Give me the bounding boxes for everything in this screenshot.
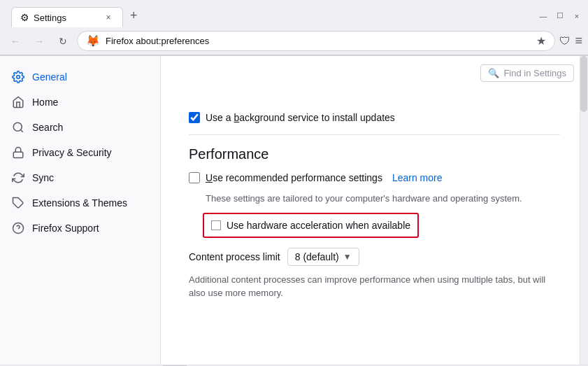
background-service-label: Use a background service to install upda… xyxy=(206,112,395,123)
sidebar-home-label: Home xyxy=(32,97,58,108)
svg-rect-3 xyxy=(13,152,23,157)
sidebar-extensions-label: Extensions & Themes xyxy=(32,197,127,209)
performance-section: Performance Use recommended performance … xyxy=(189,146,560,300)
home-icon xyxy=(11,95,25,109)
menu-button[interactable]: ≡ xyxy=(575,34,582,48)
nav-bar: ← → ↻ 🦊 Firefox about:preferences ★ 🛡 ≡ xyxy=(0,27,588,55)
sidebar-item-privacy[interactable]: Privacy & Security xyxy=(0,140,160,165)
performance-title: Performance xyxy=(189,146,560,162)
process-limit-select[interactable]: 8 (default) ▼ xyxy=(287,248,359,266)
scrollbar-thumb[interactable] xyxy=(580,56,587,112)
maximize-button[interactable]: ☐ xyxy=(554,10,566,22)
address-domain: Firefox about:preferences xyxy=(106,36,531,46)
settings-tab-title: Settings xyxy=(34,13,66,23)
svg-point-0 xyxy=(17,76,20,79)
process-limit-value: 8 (default) xyxy=(295,251,339,262)
background-service-checkbox[interactable] xyxy=(189,112,200,123)
back-button[interactable]: ← xyxy=(6,31,25,51)
tab-close-button[interactable]: × xyxy=(103,12,114,23)
recommended-settings-label: Use recommended performance settings xyxy=(206,172,382,183)
sidebar: General Home Search Privacy & Security xyxy=(0,56,161,365)
background-service-section: Use a background service to install upda… xyxy=(189,112,560,123)
recommended-settings-checkbox[interactable] xyxy=(189,172,200,183)
shield-button[interactable]: 🛡 xyxy=(559,35,571,48)
main-layout: General Home Search Privacy & Security xyxy=(0,56,588,365)
sidebar-sync-label: Sync xyxy=(32,172,54,183)
sidebar-support-label: Firefox Support xyxy=(32,223,99,234)
bookmark-button[interactable]: ★ xyxy=(536,34,546,48)
background-service-row: Use a background service to install upda… xyxy=(189,112,560,123)
learn-more-link[interactable]: Learn more xyxy=(392,172,443,183)
sidebar-item-home[interactable]: Home xyxy=(0,90,160,115)
sync-icon xyxy=(11,171,25,185)
address-url-text: about:preferences xyxy=(136,36,209,46)
recommended-desc: These settings are tailored to your comp… xyxy=(206,192,560,206)
settings-tab-icon: ⚙ xyxy=(20,12,29,23)
title-bar: ⚙ Settings × + — ☐ × xyxy=(0,0,588,27)
address-bar[interactable]: 🦊 Firefox about:preferences ★ xyxy=(77,31,555,51)
recommended-settings-row: Use recommended performance settings Lea… xyxy=(189,172,560,183)
svg-line-2 xyxy=(20,129,22,132)
find-placeholder: Find in Settings xyxy=(503,68,566,78)
sidebar-item-support[interactable]: Firefox Support xyxy=(0,216,160,241)
forward-button[interactable]: → xyxy=(29,31,49,51)
new-tab-button[interactable]: + xyxy=(123,4,145,27)
process-limit-label: Content process limit xyxy=(189,251,280,262)
window-close-button[interactable]: × xyxy=(571,10,582,22)
sidebar-general-label: General xyxy=(32,71,67,83)
sidebar-item-search[interactable]: Search xyxy=(0,115,160,140)
chevron-down-icon: ▼ xyxy=(343,252,352,262)
search-icon xyxy=(11,120,25,134)
puzzle-icon xyxy=(11,196,25,210)
tab-bar: ⚙ Settings × + xyxy=(6,4,150,27)
sidebar-item-sync[interactable]: Sync xyxy=(0,165,160,190)
firefox-brand-icon: 🦊 xyxy=(86,34,100,48)
sidebar-privacy-label: Privacy & Security xyxy=(32,147,112,158)
hardware-accel-box: Use hardware acceleration when available xyxy=(203,213,419,238)
sidebar-search-label: Search xyxy=(32,122,63,133)
hw-accel-label: Use hardware acceleration when available xyxy=(227,220,410,231)
find-search-icon: 🔍 xyxy=(488,68,499,78)
help-icon xyxy=(11,221,25,235)
svg-point-1 xyxy=(13,122,22,131)
minimize-button[interactable]: — xyxy=(538,10,549,22)
hardware-accel-container: Use hardware acceleration when available xyxy=(203,213,560,238)
process-limit-desc: Additional content processes can improve… xyxy=(189,273,560,300)
sidebar-item-extensions[interactable]: Extensions & Themes xyxy=(0,190,160,216)
settings-tab[interactable]: ⚙ Settings × xyxy=(11,7,123,27)
section-divider xyxy=(189,134,560,135)
window-controls: — ☐ × xyxy=(538,10,582,22)
process-limit-row: Content process limit 8 (default) ▼ xyxy=(189,248,560,266)
reload-button[interactable]: ↻ xyxy=(53,31,73,51)
content-area: 🔍 Find in Settings Use a background serv… xyxy=(161,56,588,365)
sidebar-item-general[interactable]: General xyxy=(0,64,160,90)
right-scrollbar[interactable] xyxy=(580,56,588,365)
gear-icon xyxy=(11,70,25,84)
find-in-settings[interactable]: 🔍 Find in Settings xyxy=(480,64,574,82)
lock-icon xyxy=(11,146,25,160)
hw-accel-checkbox[interactable] xyxy=(211,220,221,230)
